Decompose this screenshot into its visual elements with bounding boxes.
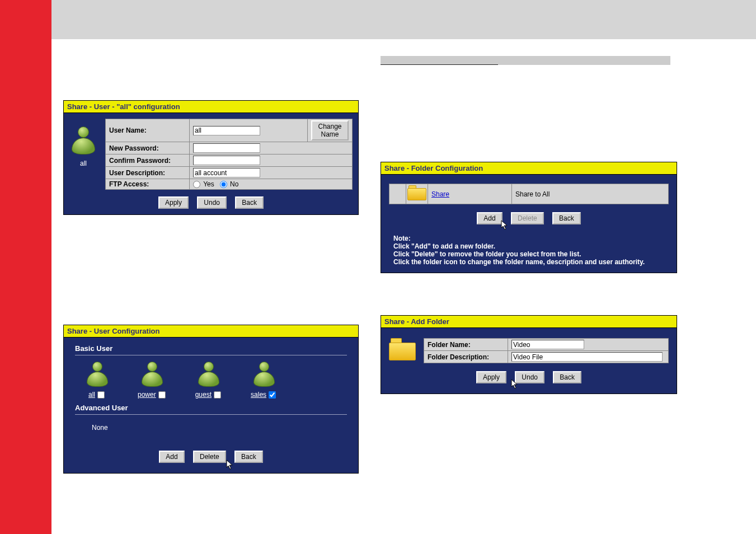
user-icon	[252, 361, 276, 388]
user-icon	[85, 361, 110, 388]
note-line-2: Click "Delete" to remove the folder you …	[393, 250, 581, 258]
folder-desc-label: Folder Description:	[424, 351, 508, 363]
confirmpwd-label: Confirm Password:	[106, 154, 190, 167]
username-input[interactable]	[193, 126, 260, 135]
note-block: Note: Click "Add" to add a new folder. C…	[393, 235, 669, 266]
red-sidebar-strip	[0, 0, 51, 534]
panel-title: Share - User - "all" configuration	[64, 101, 358, 113]
gray-section-bar-underline	[381, 64, 498, 65]
panel-title: Share - Add Folder	[381, 316, 677, 328]
folder-name-label: Folder Name:	[424, 339, 508, 351]
gray-section-bar	[381, 56, 670, 65]
apply-button[interactable]: Apply	[476, 371, 506, 383]
undo-button[interactable]: Undo	[515, 371, 544, 383]
back-button[interactable]: Back	[553, 371, 581, 383]
user-checkbox-guest[interactable]	[214, 391, 221, 399]
note-line-1: Click "Add" to add a new folder.	[393, 242, 495, 250]
apply-button[interactable]: Apply	[158, 196, 189, 209]
panel-user-all-config: Share - User - "all" configuration all U…	[63, 100, 359, 215]
undo-button[interactable]: Undo	[197, 196, 227, 209]
ftp-yes-option[interactable]: Yes	[193, 180, 214, 188]
folder-description: Share to All	[512, 184, 669, 204]
user-checkbox-sales[interactable]	[269, 391, 276, 399]
user-checkbox-all[interactable]	[97, 391, 105, 399]
panel-folder-configuration: Share - Folder Configuration Share Share…	[381, 162, 677, 273]
folder-desc-input[interactable]	[511, 352, 663, 362]
user-link-all[interactable]: all	[88, 391, 95, 399]
note-line-3: Click the folder icon to change the fold…	[393, 258, 645, 266]
folder-icon	[389, 338, 416, 362]
change-name-button[interactable]: Change Name	[311, 120, 349, 140]
folder-name-input[interactable]	[511, 340, 584, 349]
add-button[interactable]: Add	[159, 451, 184, 463]
divider	[75, 355, 347, 355]
confirm-password-input[interactable]	[193, 156, 260, 165]
user-link-sales[interactable]: sales	[251, 391, 266, 399]
back-button[interactable]: Back	[552, 212, 581, 224]
delete-button[interactable]: Delete	[511, 212, 544, 224]
delete-button[interactable]: Delete	[193, 451, 226, 463]
gray-header	[51, 0, 756, 39]
add-button[interactable]: Add	[477, 212, 502, 224]
folder-icon[interactable]	[407, 185, 426, 201]
user-link-guest[interactable]: guest	[195, 391, 212, 399]
folder-row: Share Share to All	[389, 184, 669, 204]
user-icon	[196, 361, 221, 388]
back-button[interactable]: Back	[235, 196, 264, 209]
user-icon	[69, 125, 97, 156]
folder-link-share[interactable]: Share	[431, 190, 449, 198]
back-button[interactable]: Back	[234, 451, 263, 463]
new-password-input[interactable]	[193, 143, 260, 153]
panel-title: Share - User Configuration	[64, 325, 358, 338]
username-label: User Name:	[106, 119, 190, 142]
panel-title: Share - Folder Configuration	[381, 162, 677, 175]
basic-user-row: all power guest sales	[85, 361, 353, 400]
panel-user-configuration: Share - User Configuration Basic User al…	[63, 325, 359, 474]
basic-user-heading: Basic User	[75, 344, 353, 353]
newpwd-label: New Password:	[106, 142, 190, 154]
user-description-input[interactable]	[193, 168, 260, 177]
user-checkbox-power[interactable]	[158, 391, 166, 399]
panel-add-folder: Share - Add Folder Folder Name: Folder D…	[381, 315, 677, 394]
ftp-no-option[interactable]: No	[220, 180, 239, 188]
note-label: Note:	[393, 235, 417, 242]
user-link-power[interactable]: power	[138, 391, 156, 399]
advanced-user-heading: Advanced User	[75, 404, 353, 412]
advanced-user-none: None	[92, 420, 353, 435]
ftp-label: FTP Access:	[106, 179, 190, 190]
user-icon	[140, 361, 165, 388]
user-caption: all	[69, 160, 97, 167]
divider	[75, 414, 347, 415]
userdesc-label: User Description:	[106, 167, 190, 179]
